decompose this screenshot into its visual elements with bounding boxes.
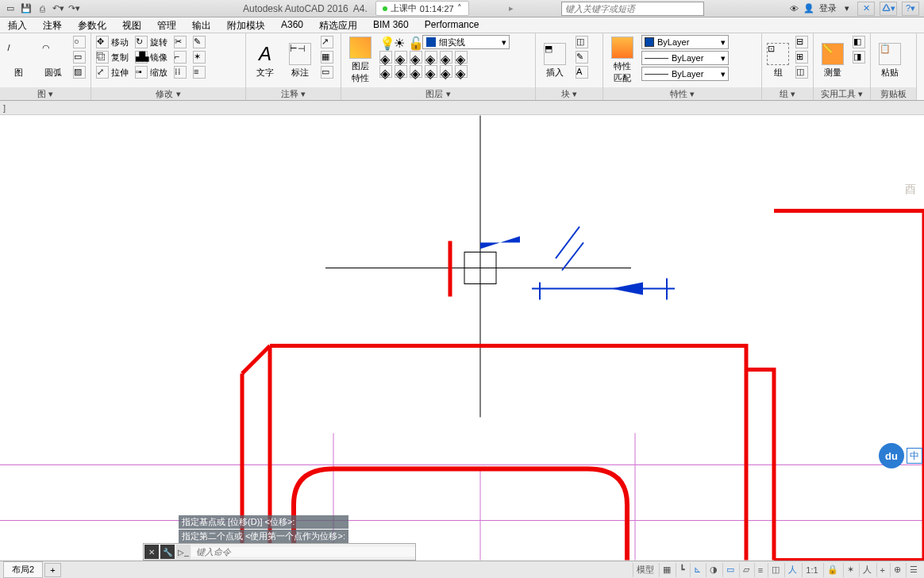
table-button[interactable]: ▦	[319, 50, 335, 64]
layer-tool-12[interactable]: ◈	[455, 65, 468, 78]
layer-tool-8[interactable]: ◈	[395, 65, 407, 78]
menu-performance[interactable]: Performance	[417, 17, 487, 33]
layout-tab[interactable]: 布局2	[3, 561, 43, 578]
model-button[interactable]: 模型	[633, 563, 657, 577]
menu-featured[interactable]: 精选应用	[311, 17, 365, 33]
rect-button[interactable]: ▭	[71, 50, 87, 64]
cmdbar-close-icon[interactable]: ✕	[144, 545, 159, 559]
rotate-button[interactable]: ↻旋转	[133, 35, 169, 49]
new-icon[interactable]: ▭	[3, 2, 17, 16]
binoculars-icon[interactable]: 👁	[790, 4, 799, 13]
cycling-toggle[interactable]: 人	[784, 563, 800, 577]
layer-tool-4[interactable]: ◈	[425, 51, 437, 64]
util-panel-title[interactable]: 实用工具 ▾	[814, 87, 870, 100]
copy-button[interactable]: ⿻复制	[94, 50, 130, 64]
drawing-canvas[interactable]	[0, 115, 924, 561]
scale-display[interactable]: 1:1	[802, 563, 821, 577]
layer-dropdown[interactable]: 细实线▾	[422, 35, 510, 49]
customize-button[interactable]: ☰	[906, 563, 921, 577]
help-icon[interactable]: ?▾	[902, 2, 919, 16]
add-layout-button[interactable]: +	[44, 563, 60, 577]
text-button[interactable]: A文字	[249, 35, 281, 86]
clip-panel-title[interactable]: 剪贴板	[871, 87, 916, 100]
polar-toggle[interactable]: ◑	[706, 563, 721, 577]
layer-tool-2[interactable]: ◈	[395, 51, 407, 64]
modify-panel-title[interactable]: 修改 ▾	[91, 87, 245, 100]
menu-view[interactable]: 视图	[114, 17, 149, 33]
layer-tool-10[interactable]: ◈	[425, 65, 437, 78]
circle-button[interactable]: ○	[71, 35, 87, 49]
annot-panel-title[interactable]: 注释 ▾	[246, 87, 341, 100]
hardware-toggle[interactable]: ⊕	[890, 563, 904, 577]
cmdbar-wrench-icon[interactable]: 🔧	[160, 545, 175, 559]
osnap-toggle[interactable]: ▭	[722, 563, 737, 577]
array-button[interactable]: ⁞⁞	[172, 65, 188, 79]
layer-tool-11[interactable]: ◈	[440, 65, 452, 78]
measure-button[interactable]: 📏测量	[817, 35, 848, 86]
annovis-toggle[interactable]: 人	[859, 563, 875, 577]
menu-annotate[interactable]: 注释	[35, 17, 70, 33]
create-block-button[interactable]: ◫	[574, 35, 590, 49]
move-button[interactable]: ✥移动	[94, 35, 130, 49]
linetype-dropdown[interactable]: ByLayer▾	[641, 67, 729, 81]
isoplane-toggle[interactable]: +	[876, 563, 888, 577]
user-icon[interactable]: 👤	[803, 3, 814, 13]
scale-button[interactable]: ▫▪缩放	[133, 65, 169, 79]
util-1[interactable]: ◧	[851, 35, 867, 49]
grid-toggle[interactable]: ▦	[659, 563, 674, 577]
group-edit-button[interactable]: ⊞	[794, 50, 810, 64]
attr-block-button[interactable]: A	[574, 65, 590, 79]
ungroup-button[interactable]: ⊟	[794, 35, 810, 49]
layer-properties-button[interactable]: 图层 特性	[345, 35, 376, 86]
menu-insert[interactable]: 插入	[0, 17, 35, 33]
layer-tool-9[interactable]: ◈	[410, 65, 422, 78]
mtext-button[interactable]: ▭	[319, 65, 335, 79]
layer-tool-5[interactable]: ◈	[440, 51, 452, 64]
layer-tool-7[interactable]: ◈	[379, 65, 392, 78]
group-button[interactable]: ⊡组	[765, 35, 791, 86]
ortho-toggle[interactable]: ⊾	[690, 563, 704, 577]
a360-icon[interactable]: 🛆▾	[880, 2, 897, 16]
menu-a360[interactable]: A360	[273, 17, 311, 33]
menu-bim360[interactable]: BIM 360	[365, 17, 417, 33]
redo-icon[interactable]: ↷▾	[67, 2, 81, 16]
menu-addins[interactable]: 附加模块	[219, 17, 273, 33]
3dosnap-toggle[interactable]: ▱	[739, 563, 753, 577]
props-panel-title[interactable]: 特性 ▾	[603, 87, 761, 100]
chevron-up-icon[interactable]: ˄	[457, 3, 462, 13]
undo-icon[interactable]: ↶▾	[51, 2, 65, 16]
groups-panel-title[interactable]: 组 ▾	[762, 87, 813, 100]
hatch-button[interactable]: ▨	[71, 65, 87, 79]
login-button[interactable]: 登录	[819, 2, 837, 14]
layer-panel-title[interactable]: 图层 ▾	[341, 87, 535, 100]
insert-block-button[interactable]: ⬒插入	[539, 35, 571, 86]
util-2[interactable]: ◨	[851, 50, 867, 64]
edit-block-button[interactable]: ✎	[574, 50, 590, 64]
save-icon[interactable]: 💾	[19, 2, 33, 16]
fillet-button[interactable]: ⌐	[172, 50, 188, 64]
lineweight-dropdown[interactable]: ByLayer▾	[641, 51, 729, 65]
print-icon[interactable]: ⎙	[35, 2, 49, 16]
group-bbox-button[interactable]: ◫	[794, 65, 810, 79]
transparency-toggle[interactable]: ◫	[768, 563, 783, 577]
dimension-button[interactable]: ⊢⊣标注	[284, 35, 316, 86]
match-properties-button[interactable]: 特性 匹配	[606, 35, 638, 86]
menu-output[interactable]: 输出	[184, 17, 219, 33]
explode-button[interactable]: ✶	[191, 50, 207, 64]
annoscale-toggle[interactable]: 🔒	[823, 563, 841, 577]
lineweight-toggle[interactable]: ≡	[754, 563, 766, 577]
layer-tool-3[interactable]: ◈	[410, 51, 422, 64]
workspace-toggle[interactable]: ✶	[843, 563, 857, 577]
trim-button[interactable]: ✂	[172, 35, 188, 49]
layer-tool-6[interactable]: ◈	[455, 51, 468, 64]
snap-toggle[interactable]: ┗	[676, 563, 688, 577]
lesson-status-badge[interactable]: 上课中 01:14:27 ˄	[375, 1, 469, 16]
search-input[interactable]	[561, 2, 704, 16]
offset-button[interactable]: ≡	[191, 65, 207, 79]
draw-panel-title[interactable]: 图 ▾	[0, 87, 90, 100]
color-dropdown[interactable]: ByLayer▾	[641, 35, 729, 49]
line-button[interactable]: /图	[3, 35, 34, 86]
layer-tool-1[interactable]: ◈	[379, 51, 392, 64]
baidu-logo-icon[interactable]: du	[879, 443, 904, 468]
ime-mode-badge[interactable]: 中	[907, 448, 922, 464]
